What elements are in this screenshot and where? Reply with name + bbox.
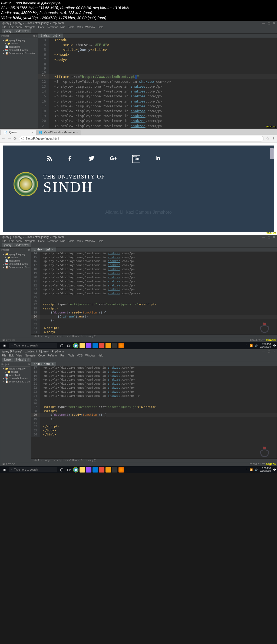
code-line[interactable]: 24<p style="display:none;">welcome in sh… xyxy=(31,292,277,296)
code-text[interactable]: $(document).ready(function () { xyxy=(40,413,277,417)
code-line[interactable]: 12<!--<p style="display:none;">welcome i… xyxy=(38,79,277,84)
app-icon[interactable] xyxy=(105,343,111,348)
notifications-icon[interactable]: 💬 xyxy=(273,344,276,347)
tree-scratches[interactable]: ▸ 📋 Scratches and Consoles xyxy=(1,52,37,55)
code-text[interactable] xyxy=(40,299,277,303)
menu-tools[interactable]: Tools xyxy=(68,26,74,29)
code-line[interactable]: 9 xyxy=(38,66,277,70)
code-line[interactable]: 17<p style="display:none;">welcome in sh… xyxy=(31,263,277,267)
code-line[interactable]: 17<p style="display:none;">welcome in sh… xyxy=(38,104,277,109)
volume-icon[interactable]: 🔊 xyxy=(255,344,258,347)
code-text[interactable]: $('iframe').on(|) xyxy=(40,315,277,319)
menu-tools[interactable]: Tools xyxy=(68,354,74,357)
wifi-icon[interactable]: 📶 xyxy=(250,468,253,471)
code-text[interactable]: <p style="display:none;">welcome in shak… xyxy=(40,284,277,288)
code-line[interactable]: 21<p style="display:none;">welcome in sh… xyxy=(31,280,277,284)
code-text[interactable]: </head> xyxy=(49,52,277,57)
code-line[interactable]: 33</script> xyxy=(31,326,277,330)
menu-view[interactable]: View xyxy=(16,240,22,243)
code-line[interactable]: 5 <title>jQuery</title> xyxy=(38,47,277,52)
code-line[interactable]: 34</body> xyxy=(31,330,277,334)
code-line[interactable]: 22<p style="display:none;">welcome in sh… xyxy=(31,386,277,390)
code-text[interactable]: <script> xyxy=(40,307,277,311)
app-icon[interactable] xyxy=(99,343,104,348)
code-line[interactable]: 29 $(document).ready(function () { xyxy=(31,413,277,417)
code-line[interactable]: 19<p style="display:none;">welcome in sh… xyxy=(38,114,277,118)
code-line[interactable]: 30 $('iframe').on(|) xyxy=(31,315,277,319)
code-line[interactable]: 30 }) xyxy=(31,417,277,421)
code-text[interactable] xyxy=(40,402,277,405)
code-text[interactable]: </body> xyxy=(40,429,277,433)
code-line[interactable]: 18<p style="display:none;">welcome in sh… xyxy=(31,370,277,374)
chrome-icon[interactable] xyxy=(73,343,78,348)
menu-refactor[interactable]: Refactor xyxy=(47,354,58,357)
code-text[interactable]: <p style="display:none;">welcome in shak… xyxy=(49,109,277,114)
code-line[interactable]: 10 xyxy=(38,70,277,74)
code-line[interactable]: 19<p style="display:none;">welcome in sh… xyxy=(31,374,277,378)
code-text[interactable]: <meta charset="UTF-8"> xyxy=(49,42,277,47)
code-line[interactable]: 26 xyxy=(31,299,277,303)
menu-file[interactable]: File xyxy=(2,354,6,357)
menu-code[interactable]: Code xyxy=(38,240,45,243)
iframe-scrollbar[interactable] xyxy=(270,148,274,159)
app-icon[interactable] xyxy=(112,343,117,348)
code-text[interactable]: <p style="display:none;">welcome in shak… xyxy=(40,256,277,260)
code-line[interactable]: 27<script type="text/javascript" src="as… xyxy=(31,303,277,307)
menu-edit[interactable]: Edit xyxy=(9,354,14,357)
code-line[interactable]: 15<p style="display:none;">welcome in sh… xyxy=(31,256,277,260)
code-line[interactable]: 13<p style="display:none;">welcome in sh… xyxy=(38,84,277,89)
menu-window[interactable]: Window xyxy=(85,240,95,243)
menu-navigate[interactable]: Navigate xyxy=(25,354,35,357)
menu-window[interactable]: Window xyxy=(85,26,95,29)
code-text[interactable]: <p style="display:none;">welcome in shak… xyxy=(40,267,277,272)
address-bar[interactable]: ⓘ file:///F:/jquery/index.html xyxy=(19,136,264,141)
menu-run[interactable]: Run xyxy=(60,240,65,243)
code-line[interactable]: 18<p style="display:none;">welcome in sh… xyxy=(38,109,277,114)
code-line[interactable]: 14<p style="display:none;">welcome in sh… xyxy=(31,252,277,256)
code-line[interactable]: 32 xyxy=(31,323,277,326)
code-text[interactable]: <body> xyxy=(49,57,277,62)
code-text[interactable] xyxy=(40,323,277,326)
menu-file[interactable]: File xyxy=(2,26,6,29)
info-icon[interactable]: ⓘ xyxy=(21,137,24,141)
code-text[interactable]: <head> xyxy=(49,38,277,42)
menu-run[interactable]: Run xyxy=(60,354,65,357)
tree-ext-lib[interactable]: ▸ 📚 External Libraries xyxy=(1,48,37,52)
phpstorm-icon[interactable] xyxy=(86,343,91,348)
code-text[interactable]: </script> xyxy=(40,425,277,429)
code-text[interactable]: <script> xyxy=(40,409,277,413)
code-text[interactable] xyxy=(40,421,277,425)
code-text[interactable]: <script type="text/javascript" src="asse… xyxy=(40,405,277,409)
taskview-icon[interactable]: ▢▫ xyxy=(66,344,72,347)
code-line[interactable]: 33</body> xyxy=(31,429,277,433)
code-text[interactable] xyxy=(49,66,277,70)
explorer-icon[interactable] xyxy=(80,343,85,348)
code-text[interactable]: <p style="display:none;">welcome in shak… xyxy=(40,382,277,386)
code-line[interactable]: 14<p style="display:none;">welcome in sh… xyxy=(38,89,277,94)
code-text[interactable]: <p style="display:none;">welcome in shak… xyxy=(40,272,277,276)
star-icon[interactable]: ☆ xyxy=(266,136,269,141)
code-text[interactable]: <p style="display:none;">welcome in shak… xyxy=(40,288,277,292)
back-icon[interactable]: ← xyxy=(2,136,5,141)
code-text[interactable]: <p style="display:none;">welcome in shak… xyxy=(49,89,277,94)
code-text[interactable]: }) xyxy=(40,319,277,323)
app-icon[interactable] xyxy=(93,467,98,473)
path-tab-project[interactable]: jquery xyxy=(2,29,14,33)
code-text[interactable]: <p style="display:none;">welcome in shak… xyxy=(49,118,277,123)
code-text[interactable]: <p style="display:none;">welcome in shak… xyxy=(40,390,277,394)
menu-navigate[interactable]: Navigate xyxy=(25,240,35,243)
taskbar-search[interactable]: ○Type here to search xyxy=(9,343,57,348)
code-line[interactable]: 22<p style="display:none;">welcome in sh… xyxy=(31,284,277,288)
menu-file[interactable]: File xyxy=(2,240,6,243)
menu-help[interactable]: Help xyxy=(98,240,103,243)
code-text[interactable]: <p style="display:none;">welcome in shak… xyxy=(40,386,277,390)
tab-close-icon[interactable]: × xyxy=(32,131,33,134)
tray-up-icon[interactable]: ˄ xyxy=(246,468,248,471)
volume-icon[interactable]: 🔊 xyxy=(255,468,258,471)
code-area-2[interactable]: 14<p style="display:none;">welcome in sh… xyxy=(31,252,277,334)
firefox-icon[interactable] xyxy=(118,343,124,348)
code-text[interactable]: <p style="display:none;">welcome in shak… xyxy=(49,94,277,99)
tab-close-icon[interactable]: × xyxy=(76,131,78,134)
code-text[interactable]: $(document).ready(function () { xyxy=(40,311,277,315)
facebook-icon[interactable] xyxy=(67,155,73,163)
